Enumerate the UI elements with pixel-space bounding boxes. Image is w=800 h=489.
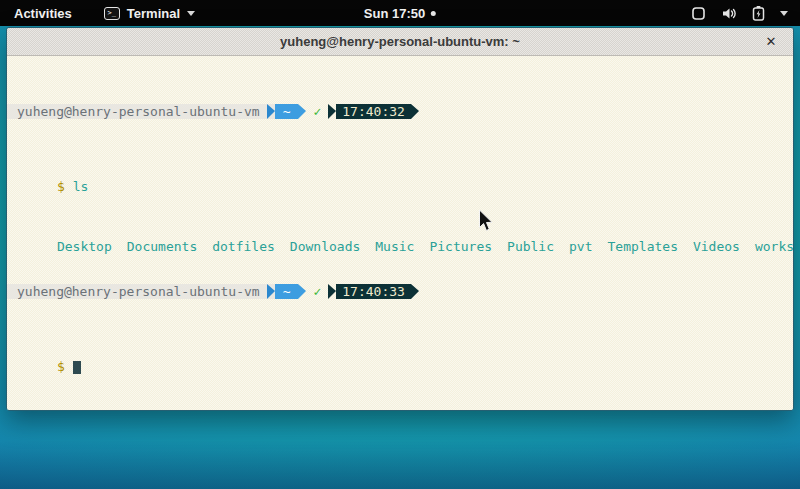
- window-title: yuheng@henry-personal-ubuntu-vm: ~: [280, 34, 520, 49]
- directory-name: workspace: [755, 239, 794, 254]
- terminal-window: yuheng@henry-personal-ubuntu-vm: ~ ✕ yuh…: [6, 27, 794, 411]
- top-bar: Activities >_ Terminal Sun 17:50: [0, 0, 800, 26]
- window-titlebar[interactable]: yuheng@henry-personal-ubuntu-vm: ~ ✕: [7, 28, 793, 56]
- directory-name: Templates: [608, 239, 678, 254]
- clock-button[interactable]: Sun 17:50: [364, 0, 436, 26]
- ls-output-line: DesktopDocumentsdotfilesDownloadsMusicPi…: [7, 224, 793, 239]
- terminal-viewport[interactable]: yuheng@henry-personal-ubuntu-vm ~ ✓ 17:4…: [7, 56, 793, 410]
- mouse-pointer-icon: [478, 209, 494, 233]
- prompt-symbol: $: [57, 359, 65, 374]
- directory-name: Music: [375, 239, 414, 254]
- terminal-cursor: [73, 361, 81, 374]
- app-menu-terminal[interactable]: >_ Terminal: [104, 6, 195, 21]
- directory-name: Downloads: [290, 239, 360, 254]
- clock-label: Sun 17:50: [364, 6, 425, 21]
- powerline-separator-icon: [298, 284, 306, 299]
- powerline-separator-icon: [267, 104, 275, 119]
- powerline-separator-icon: [298, 104, 306, 119]
- prompt-user: yuheng@henry-personal-ubuntu-vm: [7, 104, 267, 119]
- app-menu-label: Terminal: [127, 6, 180, 21]
- chevron-down-icon: [187, 11, 195, 16]
- prompt-symbol: $: [57, 179, 65, 194]
- directory-name: Desktop: [57, 239, 112, 254]
- command-line: $ls: [7, 164, 793, 179]
- system-status-menu[interactable]: [691, 5, 788, 21]
- prompt-directory: ~: [275, 104, 299, 119]
- display-icon: [691, 6, 706, 21]
- prompt-time: 17:40:32: [336, 104, 411, 119]
- powerline-separator-icon: [411, 284, 419, 299]
- directory-name: dotfiles: [212, 239, 275, 254]
- close-icon[interactable]: ✕: [762, 33, 780, 51]
- status-check-icon: ✓: [306, 284, 327, 299]
- prompt-line: yuheng@henry-personal-ubuntu-vm ~ ✓ 17:4…: [7, 104, 793, 119]
- powerline-separator-icon: [267, 284, 275, 299]
- powerline-separator-icon: [328, 104, 336, 119]
- prompt-line: yuheng@henry-personal-ubuntu-vm ~ ✓ 17:4…: [7, 284, 793, 299]
- directory-name: Documents: [127, 239, 197, 254]
- command-text: ls: [73, 179, 89, 194]
- current-prompt-line: $: [7, 344, 793, 359]
- powerline-separator-icon: [411, 104, 419, 119]
- prompt-time: 17:40:33: [336, 284, 411, 299]
- prompt-user: yuheng@henry-personal-ubuntu-vm: [7, 284, 267, 299]
- terminal-app-icon: >_: [104, 7, 120, 20]
- powerline-separator-icon: [328, 284, 336, 299]
- prompt-directory: ~: [275, 284, 299, 299]
- directory-name: Public: [507, 239, 554, 254]
- status-check-icon: ✓: [306, 104, 327, 119]
- directory-name: pvt: [569, 239, 592, 254]
- volume-icon: [721, 6, 737, 21]
- chevron-down-icon: [780, 11, 788, 16]
- battery-charging-icon: [752, 5, 765, 21]
- activities-button[interactable]: Activities: [10, 6, 76, 21]
- directory-name: Videos: [693, 239, 740, 254]
- notification-dot-icon: [431, 11, 436, 16]
- directory-name: Pictures: [429, 239, 492, 254]
